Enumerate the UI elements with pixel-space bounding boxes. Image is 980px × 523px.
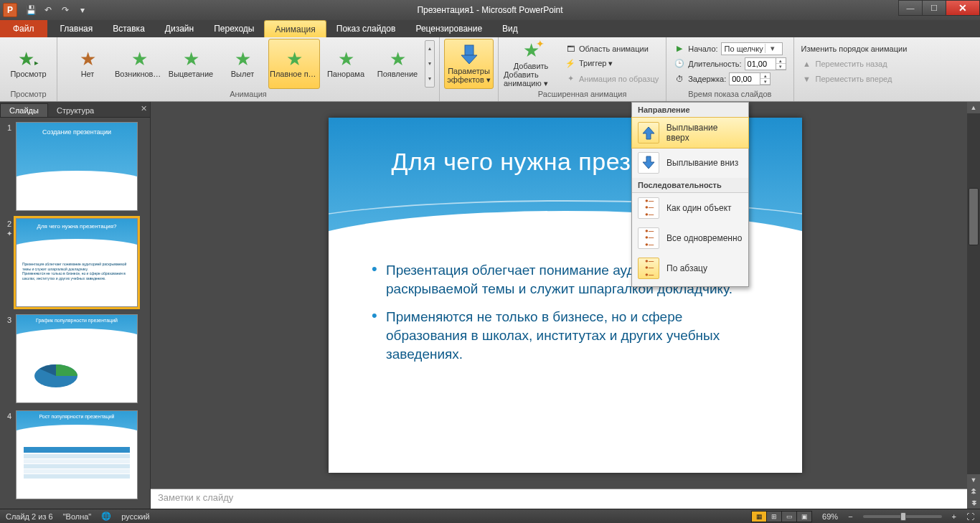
dd-sequence-header: Последовательность (632, 178, 748, 193)
dd-float-up[interactable]: Выплывание вверх (632, 118, 748, 148)
anim-wipe[interactable]: ★Появление (372, 39, 423, 89)
anim-none[interactable]: ★Нет (62, 39, 113, 89)
next-slide-button[interactable]: ⯯ (967, 497, 980, 509)
effect-options-label2: эффектов ▾ (447, 75, 491, 85)
add-animation-label1: Добавить (514, 62, 549, 70)
thumbnails: 1 Создание презентации 2✦ Для чего нужна… (0, 118, 150, 509)
anim-gallery-more[interactable]: ▴▾▾ (425, 40, 435, 88)
status-bar: Слайд 2 из 6 "Волна" 🌐 русский ▦ ⊞ ▭ ▣ 6… (0, 509, 980, 523)
vertical-scrollbar[interactable]: ▲ ▼ ⯭ ⯯ (967, 102, 980, 509)
delay-spinner[interactable]: ▴▾ (729, 72, 771, 85)
minimize-button[interactable]: — (898, 0, 923, 16)
down-icon: ▼ (801, 75, 813, 83)
dd-label: По абзацу (666, 263, 707, 273)
animation-painter-button[interactable]: ✦Анимация по образцу (562, 72, 661, 86)
duration-row: 🕒 Длительность: ▴▾ (671, 57, 788, 71)
qat-customize-button[interactable]: ▾ (75, 2, 90, 18)
add-animation-button[interactable]: ★✦ Добавить Добавить анимацию ▾ (503, 39, 559, 89)
anim-fade[interactable]: ★Выцветание (165, 39, 217, 89)
anim-floatin[interactable]: ★Плавное пр... (268, 39, 320, 89)
dd-all-at-once[interactable]: ∙—∙—∙— Все одновременно (632, 223, 748, 253)
anim-flyin[interactable]: ★Вылет (217, 39, 268, 89)
tab-slideshow[interactable]: Показ слайдов (326, 20, 406, 37)
thumb-body: Презентация облегчает понимание аудитори… (22, 262, 131, 281)
slide-thumb-1[interactable]: Создание презентации (16, 122, 138, 211)
star-icon: ★ (286, 50, 303, 68)
trigger-button[interactable]: ⚡Триггер ▾ (562, 57, 661, 71)
star-icon: ★ (338, 50, 354, 68)
status-language[interactable]: русский (121, 512, 149, 521)
trigger-label: Триггер ▾ (579, 59, 613, 68)
tab-home[interactable]: Главная (50, 20, 103, 37)
maximize-button[interactable]: ☐ (922, 0, 946, 16)
move-later-label: Переместить вперед (816, 75, 892, 83)
language-icon[interactable]: 🌐 (101, 512, 111, 521)
seq-all-icon: ∙—∙—∙— (638, 227, 659, 249)
scroll-down-button[interactable]: ▼ (967, 474, 980, 486)
zoom-out-button[interactable]: − (848, 512, 852, 521)
close-button[interactable]: ✕ (946, 0, 980, 16)
prev-slide-button[interactable]: ⯭ (967, 486, 980, 497)
tab-design[interactable]: Дизайн (155, 20, 204, 37)
move-earlier-label: Переместить назад (816, 60, 887, 68)
move-later-button[interactable]: ▼Переместить вперед (798, 72, 910, 86)
delay-input[interactable] (730, 75, 760, 83)
status-zoom: 69% (822, 512, 838, 521)
slide-thumb-3[interactable]: График популярности презентаций (16, 314, 138, 403)
side-tab-outline[interactable]: Структура (48, 104, 103, 117)
thumb-table (24, 447, 130, 479)
side-tabs: Слайды Структура ✕ (0, 102, 150, 118)
view-reading-button[interactable]: ▭ (781, 511, 797, 522)
group-preview-label: Просмотр (0, 90, 57, 101)
qat-save-button[interactable]: 💾 (23, 2, 39, 18)
animation-pane-button[interactable]: 🗔Область анимации (562, 42, 661, 56)
tab-review[interactable]: Рецензирование (405, 20, 492, 37)
dd-as-one[interactable]: ∙—∙—∙— Как один объект (632, 193, 748, 223)
qat-redo-button[interactable]: ↷ (57, 2, 73, 18)
window-title: Презентация1 - Microsoft PowerPoint (417, 5, 562, 15)
scroll-thumb[interactable] (969, 188, 979, 245)
svg-marker-3 (643, 127, 654, 139)
dd-label: Все одновременно (666, 233, 742, 243)
view-slideshow-button[interactable]: ▣ (796, 511, 812, 522)
effect-options-button[interactable]: Параметры эффектов ▾ (444, 39, 494, 89)
thumb-row: 2✦ Для чего нужна презентация? Презентац… (3, 218, 147, 307)
add-animation-label2: Добавить анимацию ▾ (504, 70, 558, 88)
anim-split[interactable]: ★Панорама (320, 39, 372, 89)
view-normal-button[interactable]: ▦ (751, 511, 767, 522)
qat-undo-button[interactable]: ↶ (40, 2, 56, 18)
zoom-slider[interactable] (863, 515, 942, 518)
star-icon: ★ (183, 50, 199, 68)
editor-area: Для чего нужна презентация? Презентация … (151, 102, 980, 509)
tab-insert[interactable]: Вставка (103, 20, 155, 37)
canvas[interactable]: Для чего нужна презентация? Презентация … (151, 102, 980, 489)
dd-direction-header: Направление (632, 103, 748, 118)
tab-file[interactable]: Файл (0, 20, 47, 37)
tab-view[interactable]: Вид (492, 20, 528, 37)
slide-thumb-2[interactable]: Для чего нужна презентация? Презентация … (16, 218, 138, 307)
fit-window-button[interactable]: ⛶ (966, 512, 974, 521)
bullet-2[interactable]: Применяются не только в бизнесе, но и сф… (372, 308, 766, 363)
tab-animations[interactable]: Анимация (264, 20, 326, 37)
zoom-in-button[interactable]: + (952, 512, 956, 521)
quick-access-toolbar: 💾 ↶ ↷ ▾ (23, 2, 90, 18)
start-combo[interactable]: По щелчку▾ (721, 42, 783, 55)
slide-thumb-4[interactable]: Рост популярности презентаций (16, 410, 138, 499)
notes-pane[interactable]: Заметки к слайду (151, 489, 980, 509)
thumb-number: 3 (3, 314, 16, 403)
side-close-button[interactable]: ✕ (141, 104, 147, 113)
group-animation-label: Анимация (57, 90, 439, 101)
duration-spinner[interactable]: ▴▾ (745, 57, 786, 70)
preview-button[interactable]: ★▸ Просмотр (4, 39, 52, 89)
move-earlier-button[interactable]: ▲Переместить назад (798, 57, 910, 71)
side-tab-slides[interactable]: Слайды (0, 103, 48, 117)
anim-appear[interactable]: ★Возникнове... (113, 39, 165, 89)
anim-label: Плавное пр... (270, 70, 319, 78)
dd-by-paragraph[interactable]: ∙—∙—∙— По абзацу (632, 253, 748, 286)
tab-transitions[interactable]: Переходы (204, 20, 264, 37)
duration-input[interactable] (745, 60, 776, 68)
view-sorter-button[interactable]: ⊞ (766, 511, 782, 522)
scroll-up-button[interactable]: ▲ (967, 102, 980, 113)
anim-label: Панорама (327, 70, 364, 78)
dd-float-down[interactable]: Выплывание вниз (632, 148, 748, 178)
